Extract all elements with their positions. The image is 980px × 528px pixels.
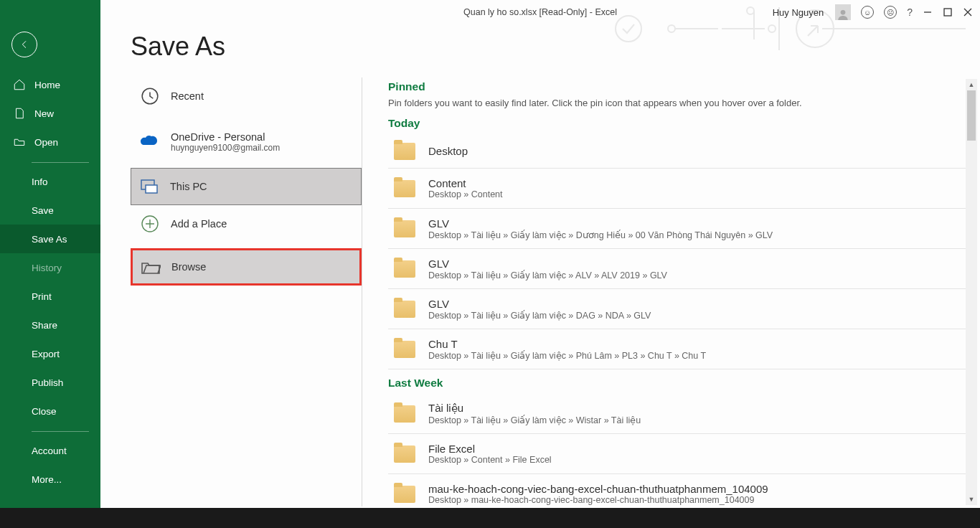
clock-icon: [139, 85, 161, 107]
nav-label: Open: [34, 137, 58, 148]
titlebar-text: Quan ly ho so.xlsx [Read-Only] - Excel: [463, 7, 617, 17]
section-today: Today: [388, 117, 970, 130]
folder-icon: [394, 143, 415, 160]
nav-info[interactable]: Info: [0, 167, 100, 196]
nav-close[interactable]: Close: [0, 397, 100, 425]
location-browse[interactable]: Browse: [131, 248, 362, 286]
nav-label: Save: [32, 205, 54, 216]
location-add-place[interactable]: Add a Place: [131, 205, 362, 242]
main-area: Quan ly ho so.xlsx [Read-Only] - Excel H…: [100, 0, 980, 508]
nav-label: Publish: [32, 377, 63, 388]
folder-row[interactable]: File ExcelDesktop » Content » File Excel: [388, 434, 970, 474]
location-label: Browse: [171, 261, 206, 273]
divider: [32, 431, 89, 432]
folder-path: Desktop » Tài liệu » Giấy làm việc » Phú…: [428, 350, 706, 361]
folder-name: GLV: [428, 258, 667, 270]
arrow-left-icon: [19, 39, 30, 50]
home-icon: [13, 78, 26, 91]
nav-publish[interactable]: Publish: [0, 368, 100, 397]
folder-name: Content: [428, 177, 503, 189]
folder-row[interactable]: Desktop: [388, 134, 970, 169]
scroll-thumb[interactable]: [967, 90, 976, 141]
titlebar: Quan ly ho so.xlsx [Read-Only] - Excel H…: [100, 0, 980, 26]
nav-label: History: [32, 263, 62, 273]
frown-icon[interactable]: ☹: [884, 6, 897, 19]
folder-icon: [394, 301, 415, 318]
folder-row[interactable]: GLVDesktop » Tài liệu » Giấy làm việc » …: [388, 289, 970, 329]
nav-print[interactable]: Print: [0, 282, 100, 311]
folder-row[interactable]: GLVDesktop » Tài liệu » Giấy làm việc » …: [388, 249, 970, 289]
section-lastweek: Last Week: [388, 377, 970, 390]
folder-name: GLV: [428, 298, 651, 310]
location-onedrive[interactable]: OneDrive - Personal huynguyen9100@gmail.…: [131, 123, 362, 161]
minimize-button[interactable]: [923, 7, 933, 17]
nav-history[interactable]: History: [0, 253, 100, 282]
folder-row[interactable]: Chu TDesktop » Tài liệu » Giấy làm việc …: [388, 329, 970, 369]
folder-path: Desktop » Content » File Excel: [428, 455, 552, 465]
folder-icon: [394, 486, 415, 503]
nav-label: Home: [34, 80, 60, 90]
username[interactable]: Huy Nguyen: [773, 7, 824, 18]
nav-save-as[interactable]: Save As: [0, 225, 100, 253]
nav-label: New: [34, 108, 54, 119]
open-icon: [13, 136, 26, 148]
nav-label: Close: [32, 406, 57, 417]
folder-pane: Pinned Pin folders you want to easily fi…: [362, 77, 980, 506]
folder-path: Desktop » mau-ke-hoach-cong-viec-bang-ex…: [428, 495, 768, 505]
folder-name: mau-ke-hoach-cong-viec-bang-excel-chuan-…: [428, 483, 768, 495]
nav-export[interactable]: Export: [0, 339, 100, 368]
scroll-up-icon[interactable]: ▲: [966, 79, 977, 90]
new-icon: [13, 107, 26, 120]
nav-label: Save As: [32, 234, 67, 245]
folder-path: Desktop » Tài liệu » Giấy làm việc » ALV…: [428, 270, 667, 280]
folder-icon: [394, 405, 415, 423]
location-label: OneDrive - Personal: [171, 131, 280, 143]
pinned-hint: Pin folders you want to easily find late…: [388, 98, 970, 108]
folder-row[interactable]: ContentDesktop » Content: [388, 169, 970, 209]
maximize-button[interactable]: [943, 7, 953, 17]
folder-path: Desktop » Tài liệu » Giấy làm việc » DAG…: [428, 310, 651, 321]
nav-share[interactable]: Share: [0, 311, 100, 339]
location-this-pc[interactable]: This PC: [131, 168, 362, 205]
close-button[interactable]: [963, 7, 973, 17]
backstage-sidebar: Home New Open Info Save Save As History …: [0, 0, 100, 508]
location-label: Recent: [171, 90, 204, 102]
folder-row[interactable]: mau-ke-hoach-cong-viec-bang-excel-chuan-…: [388, 474, 970, 506]
svg-rect-6: [944, 9, 951, 16]
taskbar: [0, 508, 980, 528]
nav-more[interactable]: More...: [0, 465, 100, 494]
scrollbar[interactable]: ▲ ▼: [966, 79, 977, 505]
nav-label: Print: [32, 291, 52, 302]
browse-icon: [140, 256, 161, 278]
page-title: Save As: [131, 32, 980, 62]
location-label: This PC: [170, 181, 207, 192]
folder-icon: [394, 446, 415, 463]
smile-icon[interactable]: ☺: [861, 6, 874, 19]
back-button[interactable]: [11, 32, 37, 57]
location-label: Add a Place: [171, 218, 227, 230]
folder-icon: [394, 180, 415, 197]
location-recent[interactable]: Recent: [131, 77, 362, 115]
folder-path: Desktop » Tài liệu » Giấy làm việc » Wis…: [428, 415, 641, 425]
nav-new[interactable]: New: [0, 99, 100, 128]
nav-save[interactable]: Save: [0, 196, 100, 225]
folder-name: Chu T: [428, 338, 706, 350]
folder-icon: [394, 341, 415, 358]
help-button[interactable]: ?: [907, 6, 913, 18]
folder-name: GLV: [428, 217, 773, 230]
folder-icon: [394, 220, 415, 237]
scroll-down-icon[interactable]: ▼: [966, 494, 977, 505]
nav-label: Info: [32, 176, 48, 187]
folder-row[interactable]: GLVDesktop » Tài liệu » Giấy làm việc » …: [388, 209, 970, 249]
folder-name: Tài liệu: [428, 402, 641, 415]
folder-row[interactable]: Tài liệuDesktop » Tài liệu » Giấy làm vi…: [388, 394, 970, 434]
folder-icon: [394, 260, 415, 278]
nav-open[interactable]: Open: [0, 128, 100, 156]
folder-path: Desktop » Content: [428, 189, 503, 199]
nav-account[interactable]: Account: [0, 436, 100, 465]
add-place-icon: [139, 213, 161, 235]
avatar-icon[interactable]: [835, 4, 851, 20]
folder-name: File Excel: [428, 443, 552, 455]
location-sublabel: huynguyen9100@gmail.com: [171, 143, 280, 153]
nav-home[interactable]: Home: [0, 70, 100, 99]
